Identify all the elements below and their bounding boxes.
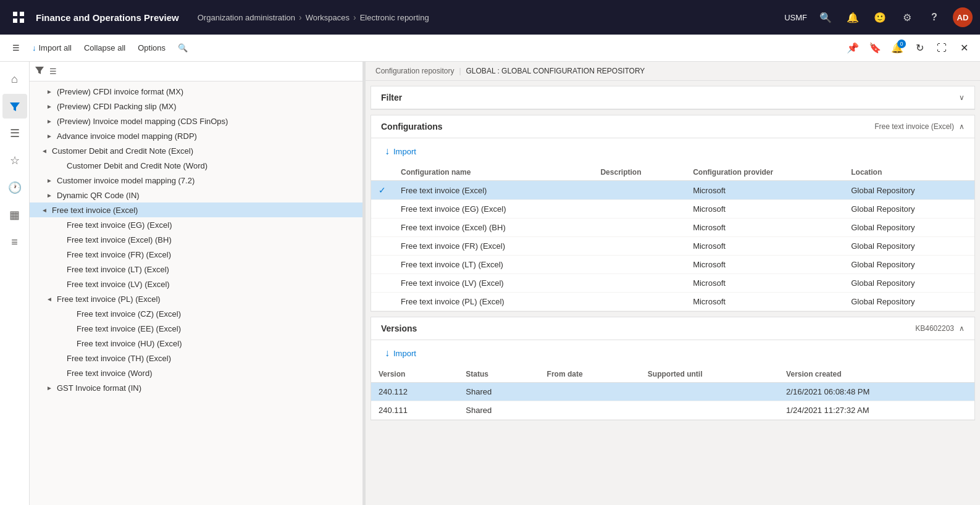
row-provider: Microsoft xyxy=(685,237,844,256)
main-toolbar: ☰ ↓ Import all Collapse all Options 🔍 📌 … xyxy=(0,35,980,62)
tree-item[interactable]: ◄Free text invoice (PL) (Excel) xyxy=(30,291,362,306)
tree-expand-icon[interactable]: ► xyxy=(44,131,54,141)
tree-expand-icon[interactable]: ► xyxy=(44,101,54,111)
tree-item[interactable]: Free text invoice (Excel) (BH) xyxy=(30,232,362,247)
row-location: Global Repository xyxy=(844,274,974,293)
options-button[interactable]: Options xyxy=(133,41,170,55)
table-row[interactable]: Free text invoice (FR) (Excel) Microsoft… xyxy=(371,237,974,256)
svg-rect-0 xyxy=(13,12,17,16)
tree-item[interactable]: Customer Debit and Credit Note (Word) xyxy=(30,158,362,173)
sidebar-items-icon[interactable]: ≡ xyxy=(2,230,27,254)
row-config-name: Free text invoice (LT) (Excel) xyxy=(393,256,593,274)
row-config-name: Free text invoice (FR) (Excel) xyxy=(393,237,593,256)
hamburger-button[interactable]: ☰ xyxy=(7,41,25,55)
sidebar-home-icon[interactable]: ⌂ xyxy=(2,67,27,91)
nav-right: USMF 🔍 🔔 🙂 ⚙ ? AD xyxy=(784,7,973,27)
breadcrumb-org[interactable]: Organization administration xyxy=(198,13,295,22)
table-row[interactable]: Free text invoice (LV) (Excel) Microsoft… xyxy=(371,274,974,293)
smiley-icon[interactable]: 🙂 xyxy=(871,9,889,26)
table-row[interactable]: Free text invoice (PL) (Excel) Microsoft… xyxy=(371,293,974,311)
user-avatar[interactable]: AD xyxy=(953,7,973,27)
table-row[interactable]: Free text invoice (LT) (Excel) Microsoft… xyxy=(371,256,974,274)
breadcrumb-er[interactable]: Electronic reporting xyxy=(360,13,429,22)
tree-expand-icon[interactable]: ► xyxy=(44,190,54,200)
sidebar-star-icon[interactable]: ☆ xyxy=(2,148,27,173)
tree-item-label: Free text invoice (Excel) (BH) xyxy=(67,235,172,244)
row-location: Global Repository xyxy=(844,219,974,237)
tree-item[interactable]: Free text invoice (CZ) (Excel) xyxy=(30,306,362,321)
settings-icon[interactable]: ⚙ xyxy=(898,9,916,26)
tree-item-label: GST Invoice format (IN) xyxy=(57,383,141,393)
row-description xyxy=(593,200,685,219)
tree-item[interactable]: ►Customer invoice model mapping (7.2) xyxy=(30,173,362,188)
configurations-collapse-icon[interactable]: ∧ xyxy=(959,122,965,131)
tree-item[interactable]: Free text invoice (LV) (Excel) xyxy=(30,277,362,291)
collapse-all-button[interactable]: Collapse all xyxy=(79,41,130,55)
tree-item[interactable]: ►(Preview) CFDI Packing slip (MX) xyxy=(30,99,362,114)
row-provider: Microsoft xyxy=(685,200,844,219)
table-row[interactable]: ✓ Free text invoice (Excel) Microsoft Gl… xyxy=(371,181,974,200)
row-provider: Microsoft xyxy=(685,219,844,237)
configurations-import-button[interactable]: ↓ Import xyxy=(379,143,422,159)
tree-item[interactable]: Free text invoice (EE) (Excel) xyxy=(30,321,362,336)
table-row[interactable]: 240.111 Shared 1/24/2021 11:27:32 AM xyxy=(371,401,974,420)
tree-item[interactable]: Free text invoice (LT) (Excel) xyxy=(30,262,362,277)
tree-expand-icon[interactable]: ◄ xyxy=(40,205,49,215)
table-row[interactable]: 240.112 Shared 2/16/2021 06:08:48 PM xyxy=(371,383,974,401)
tree-spacer xyxy=(54,353,64,363)
sidebar-list-icon[interactable]: ☰ xyxy=(2,121,27,146)
tree-item[interactable]: Free text invoice (EG) (Excel) xyxy=(30,217,362,232)
tree-item[interactable]: ►GST Invoice format (IN) xyxy=(30,380,362,395)
tree-item-label: Customer invoice model mapping (7.2) xyxy=(57,176,195,185)
options-label: Options xyxy=(138,43,165,52)
expand-window-icon[interactable]: ⛶ xyxy=(933,40,950,57)
bell-icon[interactable]: 🔔 xyxy=(844,9,861,26)
tree-expand-icon[interactable]: ► xyxy=(44,383,54,393)
global-repo-value: GLOBAL : GLOBAL CONFIGURATION REPOSITORY xyxy=(466,67,645,75)
tree-expand-icon[interactable]: ► xyxy=(44,116,54,126)
configurations-table-wrapper: Configuration name Description Configura… xyxy=(371,164,974,311)
filter-collapse-icon[interactable]: ∨ xyxy=(959,93,965,102)
table-row[interactable]: Free text invoice (EG) (Excel) Microsoft… xyxy=(371,200,974,219)
bookmark-icon[interactable]: 🔖 xyxy=(866,40,884,57)
tree-expand-icon[interactable]: ► xyxy=(44,86,54,96)
tree-item[interactable]: ◄Free text invoice (Excel) xyxy=(30,202,362,217)
tree-item[interactable]: ►Dynamic QR Code (IN) xyxy=(30,188,362,202)
tree-item[interactable]: Free text invoice (Word) xyxy=(30,365,362,380)
row-location: Global Repository xyxy=(844,256,974,274)
refresh-icon[interactable]: ↻ xyxy=(911,40,928,57)
table-row[interactable]: Free text invoice (Excel) (BH) Microsoft… xyxy=(371,219,974,237)
tree-item[interactable]: Free text invoice (FR) (Excel) xyxy=(30,247,362,262)
toolbar-search-button[interactable]: 🔍 xyxy=(173,41,193,55)
close-panel-icon[interactable]: ✕ xyxy=(955,40,973,57)
company-badge[interactable]: USMF xyxy=(784,13,807,22)
tree-expand-icon[interactable]: ◄ xyxy=(40,146,49,156)
pin-icon[interactable]: 📌 xyxy=(844,40,861,57)
filter-title: Filter xyxy=(381,93,402,102)
configurations-title: Configurations xyxy=(381,122,443,131)
help-icon[interactable]: ? xyxy=(926,9,943,26)
configurations-table: Configuration name Description Configura… xyxy=(371,164,974,311)
tree-item[interactable]: Free text invoice (TH) (Excel) xyxy=(30,351,362,365)
search-icon[interactable]: 🔍 xyxy=(817,9,834,26)
tree-item[interactable]: ◄Customer Debit and Credit Note (Excel) xyxy=(30,143,362,158)
left-panel-header: ☰ xyxy=(30,62,362,81)
versions-collapse-icon[interactable]: ∧ xyxy=(959,324,965,333)
sidebar-table-icon[interactable]: ▦ xyxy=(2,202,27,227)
row-check xyxy=(371,219,393,237)
sidebar-clock-icon[interactable]: 🕐 xyxy=(2,175,27,200)
tree-item[interactable]: ►(Preview) CFDI invoice format (MX) xyxy=(30,84,362,99)
tree-item[interactable]: Free text invoice (HU) (Excel) xyxy=(30,336,362,351)
breadcrumb-workspaces[interactable]: Workspaces xyxy=(306,13,350,22)
notification-badge-icon[interactable]: 🔔0 xyxy=(889,40,906,57)
versions-import-button[interactable]: ↓ Import xyxy=(379,345,422,361)
tree-item[interactable]: ►(Preview) Invoice model mapping (CDS Fi… xyxy=(30,114,362,128)
import-all-button[interactable]: ↓ Import all xyxy=(27,41,77,55)
tree-expand-icon[interactable]: ► xyxy=(44,175,54,185)
sidebar-filter-icon[interactable] xyxy=(2,94,27,119)
tree-item[interactable]: ►Advance invoice model mapping (RDP) xyxy=(30,128,362,143)
tree-item-label: Free text invoice (CZ) (Excel) xyxy=(77,309,181,319)
svg-rect-1 xyxy=(20,12,24,16)
apps-grid-button[interactable] xyxy=(7,6,30,28)
tree-expand-icon[interactable]: ◄ xyxy=(44,294,54,304)
